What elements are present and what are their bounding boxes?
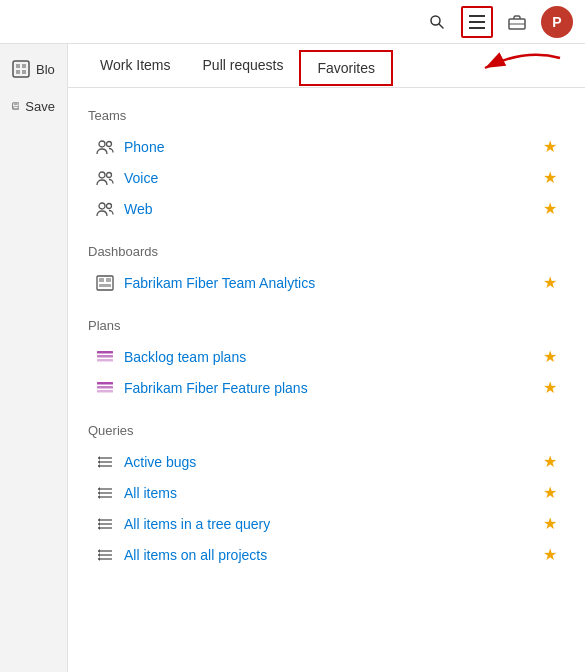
tab-work-items[interactable]: Work Items xyxy=(84,44,187,88)
svg-line-1 xyxy=(439,24,443,28)
svg-rect-22 xyxy=(99,278,104,282)
plan-icon xyxy=(96,348,114,366)
svg-rect-8 xyxy=(16,64,20,68)
svg-rect-3 xyxy=(469,21,485,23)
star-icon[interactable]: ★ xyxy=(543,347,557,366)
item-label: All items in a tree query xyxy=(124,516,270,532)
list-item[interactable]: Fabrikam Fiber Team Analytics ★ xyxy=(88,267,565,298)
svg-marker-34 xyxy=(98,460,100,464)
item-label: Fabrikam Fiber Feature plans xyxy=(124,380,308,396)
svg-rect-29 xyxy=(97,386,113,389)
svg-rect-27 xyxy=(97,359,113,362)
svg-point-17 xyxy=(99,172,105,178)
item-label: Active bugs xyxy=(124,454,196,470)
svg-rect-24 xyxy=(99,284,111,287)
favorites-content: Teams Phone ★ xyxy=(68,88,585,606)
team-icon xyxy=(96,169,114,187)
item-label: Backlog team plans xyxy=(124,349,246,365)
star-icon[interactable]: ★ xyxy=(543,137,557,156)
svg-rect-14 xyxy=(13,106,18,108)
section-header-plans: Plans xyxy=(88,318,565,333)
svg-marker-54 xyxy=(98,557,100,561)
svg-rect-4 xyxy=(469,27,485,29)
item-label: Voice xyxy=(124,170,158,186)
sidebar-label-blo: Blo xyxy=(36,62,55,77)
list-item[interactable]: Active bugs ★ xyxy=(88,446,565,477)
main-panel: Work Items Pull requests Favorites Teams xyxy=(68,44,585,672)
section-queries: Queries Active bugs xyxy=(88,423,565,570)
item-label: All items xyxy=(124,485,177,501)
svg-rect-2 xyxy=(469,15,485,17)
star-icon[interactable]: ★ xyxy=(543,452,557,471)
svg-rect-7 xyxy=(13,61,29,77)
section-plans: Plans Backlog team plans ★ xyxy=(88,318,565,403)
svg-rect-10 xyxy=(16,70,20,74)
svg-point-20 xyxy=(107,203,112,208)
svg-rect-11 xyxy=(22,70,26,74)
team-icon xyxy=(96,200,114,218)
query-icon xyxy=(96,453,114,471)
section-teams: Teams Phone ★ xyxy=(88,108,565,224)
svg-rect-30 xyxy=(97,390,113,393)
list-item[interactable]: All items ★ xyxy=(88,477,565,508)
svg-rect-25 xyxy=(97,351,113,354)
svg-marker-50 xyxy=(98,549,100,553)
star-icon[interactable]: ★ xyxy=(543,514,557,533)
list-item[interactable]: Web ★ xyxy=(88,193,565,224)
star-icon[interactable]: ★ xyxy=(543,168,557,187)
list-item[interactable]: All items in a tree query ★ xyxy=(88,508,565,539)
query-icon xyxy=(96,515,114,533)
list-item[interactable]: Voice ★ xyxy=(88,162,565,193)
team-icon xyxy=(96,138,114,156)
query-icon xyxy=(96,484,114,502)
sidebar-item-backlog[interactable]: Blo xyxy=(0,52,67,86)
list-item[interactable]: Fabrikam Fiber Feature plans ★ xyxy=(88,372,565,403)
item-label: Fabrikam Fiber Team Analytics xyxy=(124,275,315,291)
star-icon[interactable]: ★ xyxy=(543,545,557,564)
star-icon[interactable]: ★ xyxy=(543,199,557,218)
svg-point-16 xyxy=(107,141,112,146)
svg-marker-44 xyxy=(98,518,100,522)
list-item[interactable]: All items on all projects ★ xyxy=(88,539,565,570)
plan-icon xyxy=(96,379,114,397)
tab-favorites[interactable]: Favorites xyxy=(299,50,393,86)
avatar[interactable]: P xyxy=(541,6,573,38)
sidebar-item-save[interactable]: Save xyxy=(0,90,67,122)
star-icon[interactable]: ★ xyxy=(543,483,557,502)
dashboard-icon xyxy=(96,274,114,292)
svg-marker-52 xyxy=(98,553,100,557)
item-label: Web xyxy=(124,201,153,217)
svg-point-19 xyxy=(99,203,105,209)
section-header-queries: Queries xyxy=(88,423,565,438)
sidebar: Blo Save xyxy=(0,44,68,672)
star-icon[interactable]: ★ xyxy=(543,273,557,292)
svg-marker-36 xyxy=(98,464,100,468)
top-bar: P xyxy=(0,0,585,44)
svg-rect-13 xyxy=(14,103,18,105)
sidebar-label-save: Save xyxy=(25,99,55,114)
svg-rect-23 xyxy=(106,278,111,282)
svg-marker-42 xyxy=(98,495,100,499)
section-dashboards: Dashboards Fabrikam Fiber Team Analytics… xyxy=(88,244,565,298)
hamburger-menu-icon[interactable] xyxy=(461,6,493,38)
svg-marker-46 xyxy=(98,522,100,526)
search-icon[interactable] xyxy=(421,6,453,38)
section-header-teams: Teams xyxy=(88,108,565,123)
svg-marker-32 xyxy=(98,456,100,460)
item-label: Phone xyxy=(124,139,164,155)
svg-rect-9 xyxy=(22,64,26,68)
svg-point-18 xyxy=(107,172,112,177)
briefcase-icon[interactable] xyxy=(501,6,533,38)
svg-point-15 xyxy=(99,141,105,147)
tab-pull-requests[interactable]: Pull requests xyxy=(187,44,300,88)
svg-marker-38 xyxy=(98,487,100,491)
list-item[interactable]: Backlog team plans ★ xyxy=(88,341,565,372)
list-item[interactable]: Phone ★ xyxy=(88,131,565,162)
query-icon xyxy=(96,546,114,564)
svg-marker-48 xyxy=(98,526,100,530)
svg-rect-26 xyxy=(97,355,113,358)
tabs-bar: Work Items Pull requests Favorites xyxy=(68,44,585,88)
star-icon[interactable]: ★ xyxy=(543,378,557,397)
svg-marker-40 xyxy=(98,491,100,495)
item-label: All items on all projects xyxy=(124,547,267,563)
